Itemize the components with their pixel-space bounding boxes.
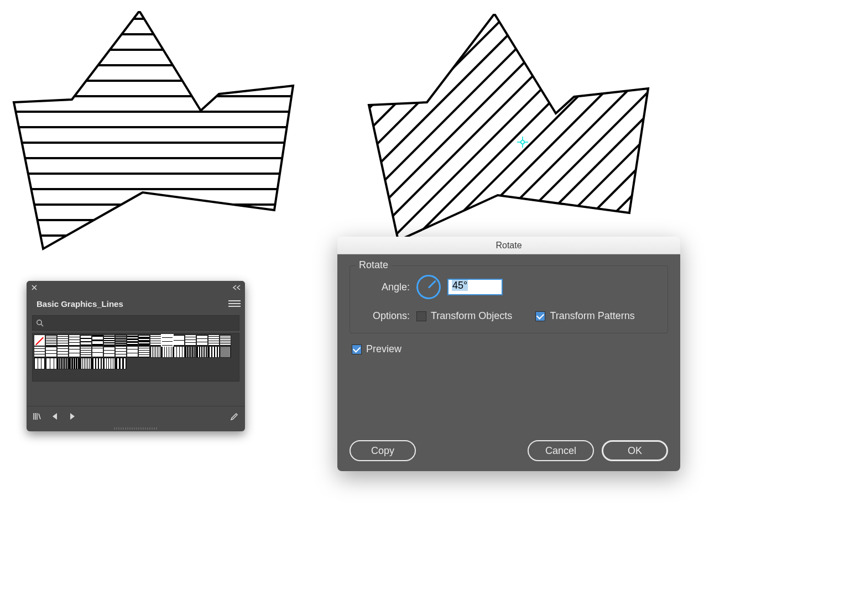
angle-dial[interactable] xyxy=(416,275,441,299)
copy-button[interactable]: Copy xyxy=(350,440,416,461)
transform-patterns-checkbox[interactable]: Transform Patterns xyxy=(535,310,634,322)
swatch-item[interactable] xyxy=(69,346,80,358)
swatch-grid[interactable] xyxy=(32,333,239,382)
transform-objects-label: Transform Objects xyxy=(431,310,512,322)
cancel-button[interactable]: Cancel xyxy=(528,440,594,461)
swatch-item[interactable] xyxy=(69,335,80,346)
ok-button[interactable]: OK xyxy=(602,440,668,461)
canvas-shape-diagonal-lines xyxy=(365,14,654,241)
checkbox-icon xyxy=(535,311,545,321)
swatch-item[interactable] xyxy=(115,346,127,358)
swatch-item[interactable] xyxy=(57,335,69,346)
swatches-panel[interactable]: Basic Graphics_Lines xyxy=(27,281,245,431)
canvas-shape-horizontal-lines xyxy=(10,11,299,252)
swatch-item[interactable] xyxy=(80,346,92,358)
swatch-item[interactable] xyxy=(103,358,115,369)
swatch-item[interactable] xyxy=(80,358,92,369)
copy-label: Copy xyxy=(371,445,394,457)
swatch-item[interactable] xyxy=(115,335,127,346)
panel-menu-button[interactable] xyxy=(228,297,241,310)
swatch-item[interactable] xyxy=(220,335,231,346)
swatch-item[interactable] xyxy=(127,346,138,358)
rotate-group: Rotate Angle: 45° Options: Transform Obj… xyxy=(350,265,668,333)
options-row: Options: Transform Objects Transform Pat… xyxy=(360,310,658,322)
panel-title: Basic Graphics_Lines xyxy=(36,299,123,309)
transform-patterns-label: Transform Patterns xyxy=(550,310,634,322)
svg-line-12 xyxy=(41,324,43,326)
panel-tab[interactable]: Basic Graphics_Lines xyxy=(31,296,129,312)
swatch-item[interactable] xyxy=(150,346,161,358)
panel-top-bar xyxy=(27,281,245,294)
next-icon[interactable] xyxy=(67,411,77,421)
swatch-item[interactable] xyxy=(45,346,57,358)
swatch-item[interactable] xyxy=(92,346,103,358)
swatch-item[interactable] xyxy=(34,346,45,358)
swatch-item[interactable] xyxy=(208,335,220,346)
rotate-group-title: Rotate xyxy=(356,259,392,271)
panel-resize-grip[interactable] xyxy=(27,426,245,431)
swatch-item[interactable] xyxy=(161,335,173,346)
swatch-item[interactable] xyxy=(127,335,138,346)
swatch-item[interactable] xyxy=(173,346,185,358)
dialog-button-row: Copy Cancel OK xyxy=(350,440,668,461)
svg-marker-2 xyxy=(14,11,293,249)
swatch-item[interactable] xyxy=(208,346,220,358)
transform-objects-checkbox[interactable]: Transform Objects xyxy=(416,310,512,322)
preview-checkbox[interactable]: Preview xyxy=(352,343,668,355)
panel-search-input[interactable] xyxy=(32,315,239,331)
cancel-label: Cancel xyxy=(545,445,576,457)
edit-swatch-icon[interactable] xyxy=(230,411,239,421)
prev-icon[interactable] xyxy=(50,411,60,421)
swatch-item[interactable] xyxy=(185,346,196,358)
swatch-item[interactable] xyxy=(138,335,150,346)
rotate-dialog: Rotate Rotate Angle: 45° Options: Transf… xyxy=(337,237,680,471)
rotation-center-icon xyxy=(517,137,528,148)
checkbox-icon xyxy=(416,311,426,321)
ok-label: OK xyxy=(628,445,642,457)
swatch-item[interactable] xyxy=(45,335,57,346)
swatch-item[interactable] xyxy=(138,346,150,358)
swatch-item[interactable] xyxy=(115,358,127,369)
swatch-item[interactable] xyxy=(57,358,69,369)
swatch-item[interactable] xyxy=(220,346,231,358)
swatch-item[interactable] xyxy=(161,346,173,358)
angle-value: 45° xyxy=(452,280,468,291)
swatch-item[interactable] xyxy=(34,335,45,346)
swatch-item[interactable] xyxy=(196,346,208,358)
preview-label: Preview xyxy=(366,343,401,355)
libraries-icon[interactable] xyxy=(32,411,42,421)
swatch-item[interactable] xyxy=(45,358,57,369)
swatch-item[interactable] xyxy=(57,346,69,358)
svg-point-6 xyxy=(521,140,524,144)
angle-input[interactable]: 45° xyxy=(447,279,503,295)
svg-marker-5 xyxy=(369,14,648,241)
swatch-item[interactable] xyxy=(173,335,185,346)
angle-row: Angle: 45° xyxy=(360,275,658,299)
svg-point-11 xyxy=(37,320,41,325)
checkbox-icon xyxy=(352,344,362,354)
panel-close-button[interactable] xyxy=(30,283,39,292)
swatch-item[interactable] xyxy=(150,335,161,346)
swatch-item[interactable] xyxy=(196,335,208,346)
dialog-title: Rotate xyxy=(496,241,522,250)
panel-collapse-button[interactable] xyxy=(232,283,242,293)
swatch-item[interactable] xyxy=(92,335,103,346)
panel-tab-bar: Basic Graphics_Lines xyxy=(27,294,245,313)
swatch-item[interactable] xyxy=(185,335,196,346)
angle-label: Angle: xyxy=(360,281,410,293)
swatch-item[interactable] xyxy=(92,358,103,369)
options-label: Options: xyxy=(360,310,410,322)
swatch-item[interactable] xyxy=(103,346,115,358)
search-icon xyxy=(36,319,44,327)
swatch-item[interactable] xyxy=(69,358,80,369)
panel-footer xyxy=(27,406,245,426)
dialog-titlebar[interactable]: Rotate xyxy=(337,237,680,254)
swatch-item[interactable] xyxy=(103,335,115,346)
swatch-item[interactable] xyxy=(34,358,45,369)
swatch-item[interactable] xyxy=(80,335,92,346)
